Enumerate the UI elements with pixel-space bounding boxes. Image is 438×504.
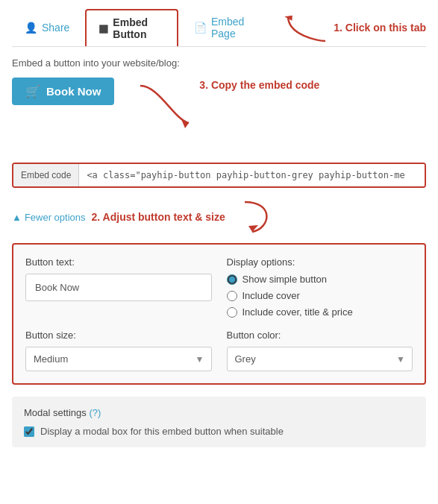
embed-page-icon: 📄 — [194, 22, 207, 34]
radio-simple-label: Show simple button — [243, 274, 327, 285]
fewer-options-row: ▲ Fewer options 2. Adjust button text & … — [12, 198, 426, 236]
embed-code-box: Embed code <a class="payhip-button payhi… — [12, 163, 426, 188]
radio-cover-input[interactable] — [227, 291, 237, 301]
tab-bar: 👤 Share ▦ Embed Button 📄 Embed Page 1. C… — [12, 9, 426, 47]
tab-embed-button-label: Embed Button — [113, 16, 165, 40]
top-section: Embed a button into your website/blog: 🛒… — [12, 57, 426, 188]
radio-cover-label: Include cover — [243, 290, 300, 301]
embed-code-label: Embed code — [13, 164, 79, 186]
fewer-options-icon: ▲ — [12, 212, 22, 223]
embed-code-value[interactable]: <a class="payhip-button payhip-button-gr… — [79, 164, 425, 186]
fewer-options-label: Fewer options — [25, 212, 86, 223]
button-text-input[interactable] — [25, 274, 212, 301]
click-arrow-svg — [284, 13, 329, 42]
options-row-top: Button text: Display options: Show simpl… — [25, 256, 413, 318]
tab-embed-button[interactable]: ▦ Embed Button — [85, 9, 178, 46]
modal-settings-panel: Modal settings (?) Display a modal box f… — [12, 397, 426, 447]
click-instruction-text: 1. Click on this tab — [334, 22, 426, 34]
radio-cover-title-label: Include cover, title & price — [243, 306, 353, 318]
button-size-wrapper: Small Medium Large ▼ — [25, 347, 212, 371]
radio-cover-title-input[interactable] — [227, 307, 237, 318]
embed-description: Embed a button into your website/blog: — [12, 57, 426, 69]
adjust-arrow-svg — [237, 198, 275, 236]
button-size-select[interactable]: Small Medium Large — [25, 347, 212, 371]
share-icon: 👤 — [25, 22, 37, 34]
modal-settings-title-text: Modal settings — [24, 407, 87, 418]
button-text-col: Button text: — [25, 256, 212, 318]
embed-button-icon: ▦ — [98, 22, 108, 34]
tab-embed-page-label: Embed Page — [211, 16, 254, 40]
radio-simple[interactable]: Show simple button — [227, 274, 413, 285]
button-color-col: Button color: Grey Blue Green Red ▼ — [227, 330, 413, 371]
book-icon: 🛒 — [25, 84, 40, 98]
tab-embed-page[interactable]: 📄 Embed Page — [181, 9, 266, 46]
modal-settings-title: Modal settings (?) — [24, 407, 414, 418]
copy-arrow-svg — [137, 82, 196, 127]
modal-checkbox[interactable] — [24, 426, 34, 437]
tab-share-label: Share — [42, 22, 69, 34]
button-text-label: Button text: — [25, 256, 212, 268]
button-color-wrapper: Grey Blue Green Red ▼ — [227, 347, 413, 371]
tab-share[interactable]: 👤 Share — [12, 15, 82, 40]
button-size-label: Button size: — [25, 330, 212, 341]
button-size-col: Button size: Small Medium Large ▼ — [25, 330, 212, 371]
copy-instruction: 3. Copy the embed code — [137, 79, 319, 127]
modal-checkbox-label: Display a modal box for this embed butto… — [40, 426, 284, 437]
radio-cover[interactable]: Include cover — [227, 290, 413, 301]
book-now-label: Book Now — [46, 85, 101, 98]
options-panel: Button text: Display options: Show simpl… — [12, 243, 426, 385]
modal-checkbox-row: Display a modal box for this embed butto… — [24, 426, 414, 437]
modal-settings-help-link[interactable]: (?) — [89, 407, 101, 418]
button-color-label: Button color: — [227, 330, 413, 341]
book-now-preview-button[interactable]: 🛒 Book Now — [12, 78, 114, 105]
options-row-bottom: Button size: Small Medium Large ▼ Button… — [25, 330, 413, 371]
display-options-group: Show simple button Include cover Include… — [227, 274, 413, 318]
display-options-label: Display options: — [227, 256, 413, 268]
adjust-instruction-text: 2. Adjust button text & size — [92, 211, 225, 223]
display-options-col: Display options: Show simple button Incl… — [227, 256, 413, 318]
copy-instruction-text: 3. Copy the embed code — [199, 79, 319, 91]
radio-simple-input[interactable] — [227, 274, 237, 285]
radio-cover-title[interactable]: Include cover, title & price — [227, 306, 413, 318]
fewer-options-link[interactable]: ▲ Fewer options — [12, 212, 86, 223]
button-color-select[interactable]: Grey Blue Green Red — [227, 347, 413, 371]
